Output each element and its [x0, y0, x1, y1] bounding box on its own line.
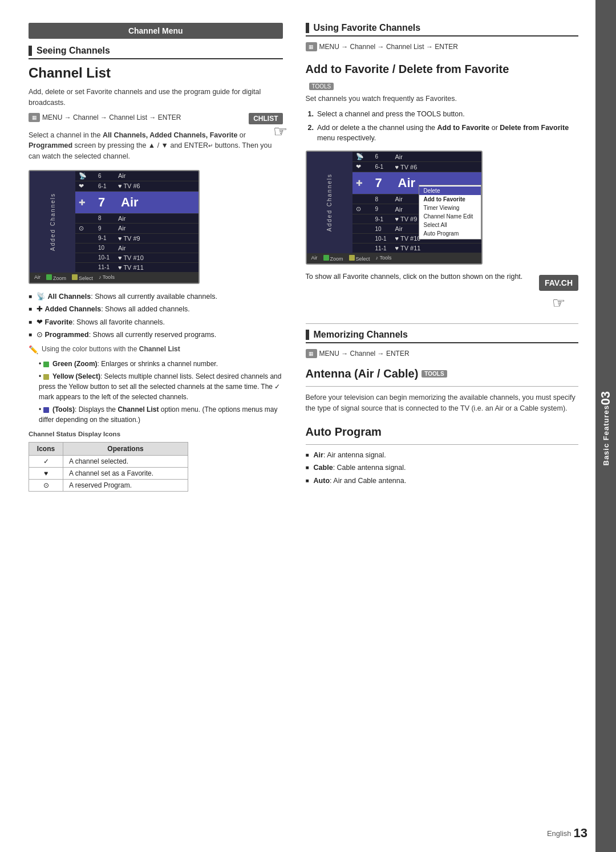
- section-bar: [29, 46, 32, 56]
- table-row: ✚ 7 Air Delete Add to Favorite Timer Vie…: [352, 172, 481, 194]
- table-row: ✓ A channel selected.: [29, 455, 188, 467]
- table-row: ❤ 6-1 ♥ TV #6: [352, 162, 481, 172]
- right-column: Using Favorite Channels ▦ MENU → Channel…: [294, 23, 578, 835]
- add-fav-section: Add to Favorite / Delete from Favorite T…: [306, 63, 578, 312]
- context-menu-auto[interactable]: Auto Program: [419, 229, 481, 238]
- tv-left-bar: Added Channels: [30, 171, 75, 273]
- page-number: 13: [574, 826, 587, 841]
- mem-menu-text: MENU → Channel → ENTER: [319, 350, 410, 358]
- tv-bottom-bar: Air Zoom Select ♪ Tools: [30, 273, 198, 283]
- divider: [306, 323, 578, 324]
- tv-screen-right: Added Channels 📡 6 Air: [306, 151, 578, 265]
- mem-title: Memorizing Channels: [314, 330, 408, 340]
- op-check: A channel selected.: [63, 455, 188, 467]
- list-item: ⊙ Programmed: Shows all currently reserv…: [29, 330, 283, 340]
- right-sidebar: 03 Basic Features: [595, 0, 616, 852]
- channel-list-title: Channel List: [29, 65, 283, 81]
- icon-clock: ⊙: [29, 479, 63, 491]
- chapter-number: 03: [598, 391, 613, 405]
- table-row: ✚ 7 Air: [75, 192, 198, 214]
- icon-heart: ♥: [29, 467, 63, 479]
- left-column: Channel Menu Seeing Channels Channel Lis…: [29, 23, 294, 835]
- context-menu-edit[interactable]: Channel Name Edit: [419, 212, 481, 221]
- tv-left-bar-right: Added Channels: [307, 152, 352, 253]
- finger-icon-right: ☞: [552, 294, 565, 312]
- chlist-badge: CHLIST: [249, 113, 282, 124]
- fav-button-wrap: FAV.CH ☞: [539, 271, 578, 312]
- feature-bullets: 📡 All Channels: Shows all currently avai…: [29, 292, 283, 340]
- antenna-title: Antenna (Air / Cable) TOOLS: [306, 367, 578, 380]
- tv-sidebar-label: Added Channels: [50, 193, 56, 251]
- channel-list-body2: Select a channel in the All Channels, Ad…: [29, 130, 283, 162]
- step-1: 1. Select a channel and press the TOOLS …: [308, 109, 578, 120]
- add-fav-title: Add to Favorite / Delete from Favorite: [306, 63, 578, 76]
- context-menu-select-all[interactable]: Select All: [419, 221, 481, 229]
- tv-screen-left: Added Channels 📡 6 Air ❤: [29, 170, 283, 284]
- favchan-badge[interactable]: FAV.CH: [539, 275, 578, 291]
- icon-check: ✓: [29, 455, 63, 467]
- table-row: 10-1 ♥ TV #10: [75, 253, 198, 263]
- table-row: 📡 6 Air: [75, 171, 198, 181]
- menu-icon: ▦: [306, 349, 317, 358]
- list-item: (Tools): Displays the Channel List optio…: [39, 404, 283, 425]
- op-heart: A channel set as a Favorite.: [63, 467, 188, 479]
- context-menu-delete[interactable]: Delete: [419, 186, 481, 195]
- seeing-channels-header: Seeing Channels: [29, 46, 283, 59]
- antenna-tools-badge: TOOLS: [422, 370, 447, 378]
- menu-path: ▦ MENU → Channel → Channel List → ENTER: [29, 113, 249, 122]
- icons-table-title: Channel Status Display Icons: [29, 431, 283, 437]
- steps-list: 1. Select a channel and press the TOOLS …: [306, 109, 578, 144]
- tv-sidebar-label-right: Added Channels: [326, 173, 333, 232]
- menu-icon: ▦: [306, 42, 317, 51]
- table-row: 11-1 ♥ TV #11: [352, 244, 481, 253]
- antenna-section: Antenna (Air / Cable) TOOLS Before your …: [306, 367, 578, 414]
- table-row: ⊙ A reserved Program.: [29, 479, 188, 491]
- table-header-icons: Icons: [29, 442, 63, 455]
- note-text: Using the color buttons with the Channel…: [42, 345, 180, 353]
- table-header-ops: Operations: [63, 442, 188, 455]
- add-fav-intro: Set channels you watch frequently as Fav…: [306, 94, 578, 104]
- note-section: ✏️ Using the color buttons with the Chan…: [29, 345, 283, 354]
- op-clock: A reserved Program.: [63, 479, 188, 491]
- tools-badge: TOOLS: [309, 83, 334, 90]
- auto-program-section: Auto Program Air: Air antenna signal. Ca…: [306, 425, 578, 486]
- auto-program-title: Auto Program: [306, 425, 578, 439]
- table-row: ❤ 6-1 ♥ TV #6: [75, 181, 198, 192]
- step-2: 2. Add or delete a the channel using the…: [308, 123, 578, 144]
- using-fav-menu: ▦ MENU → Channel → Channel List → ENTER: [306, 42, 578, 51]
- tv-main-area-right: 📡 6 Air ❤ 6-1 ♥ TV #6: [352, 152, 481, 253]
- table-row: 11-1 ♥ TV #11: [75, 263, 198, 273]
- page-footer: English 13: [547, 826, 587, 841]
- channel-list-body1: Add, delete or set Favorite channels and…: [29, 87, 283, 108]
- note-icon: ✏️: [29, 345, 38, 354]
- tv-sidebar-area: Added Channels 📡 6 Air ❤: [30, 171, 198, 273]
- mem-header: Memorizing Channels: [306, 330, 578, 343]
- list-item: ❤ Favorite: Shows all favorite channels.: [29, 318, 283, 328]
- auto-program-bullets: Air: Air antenna signal. Cable: Cable an…: [306, 451, 578, 486]
- section-bar: [306, 330, 309, 340]
- menu-icon: ▦: [29, 113, 40, 122]
- tv-bottom-bar-right: Air Zoom Select ♪ Tools: [307, 253, 481, 263]
- list-item: Yellow (Select): Selects multiple channe…: [39, 371, 283, 402]
- using-fav-header: Using Favorite Channels: [306, 23, 578, 36]
- sub-bullet-list: Green (Zoom): Enlarges or shrinks a chan…: [39, 359, 283, 425]
- table-row: 📡 6 Air: [352, 152, 481, 162]
- context-menu-timer[interactable]: Timer Viewing: [419, 204, 481, 212]
- tv-screen-display-right: Added Channels 📡 6 Air: [306, 151, 483, 265]
- context-menu-add-fav[interactable]: Add to Favorite: [419, 195, 481, 204]
- page-container: Channel Menu Seeing Channels Channel Lis…: [0, 0, 616, 852]
- list-item: Green (Zoom): Enlarges or shrinks a chan…: [39, 359, 283, 369]
- context-menu: Delete Add to Favorite Timer Viewing Cha…: [419, 185, 481, 240]
- channel-menu-box: Channel Menu: [29, 23, 283, 39]
- list-item: Auto: Air and Cable antenna.: [306, 476, 578, 486]
- mem-menu: ▦ MENU → Channel → ENTER: [306, 349, 578, 358]
- using-fav-title: Using Favorite Channels: [314, 23, 421, 33]
- sidebar-label: Basic Features: [602, 405, 610, 466]
- list-item: Cable: Cable antenna signal.: [306, 463, 578, 473]
- using-fav-section: Using Favorite Channels ▦ MENU → Channel…: [306, 23, 578, 51]
- seeing-channels-title: Seeing Channels: [37, 46, 110, 56]
- table-row: 8 Air: [75, 214, 198, 224]
- table-row: 10 Air: [75, 244, 198, 253]
- fav-note: To show all Favorite channels, click on …: [306, 271, 530, 282]
- favchan-section: To show all Favorite channels, click on …: [306, 271, 578, 312]
